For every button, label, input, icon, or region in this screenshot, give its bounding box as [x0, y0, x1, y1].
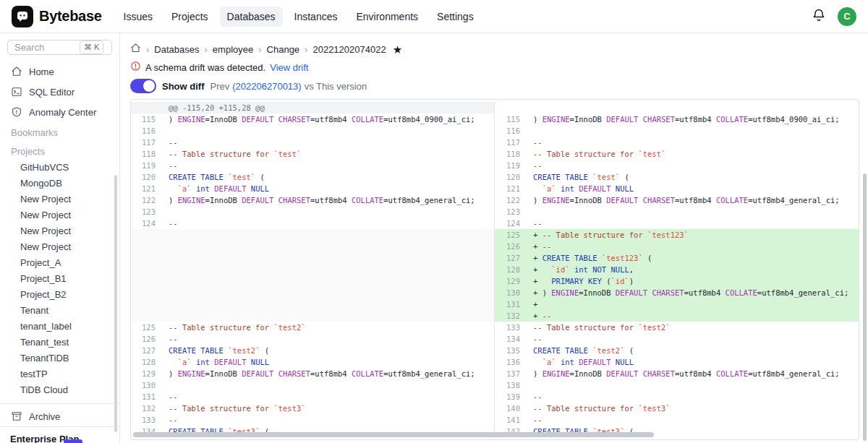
view-drift-link[interactable]: View drift: [270, 62, 308, 73]
sidebar-scrollbar[interactable]: [114, 175, 117, 432]
diff-code-left: --: [163, 414, 494, 426]
sidebar-project-new-project[interactable]: New Project: [0, 223, 119, 239]
sidebar-item-archive[interactable]: Archive: [0, 406, 119, 426]
page-scrollbar[interactable]: [863, 173, 867, 441]
diff-line-number-right: 129: [494, 275, 527, 287]
diff-line-number-left: [131, 298, 163, 310]
diff-code-right: CREATE TABLE `test` (: [527, 171, 859, 183]
sidebar-item-label: Anomaly Center: [29, 107, 96, 118]
diff-line-number-left: 133: [131, 414, 163, 426]
sidebar-item-sql-editor[interactable]: SQL Editor: [0, 82, 119, 102]
sidebar-item-home[interactable]: Home: [0, 61, 119, 82]
sidebar-project-project-a[interactable]: Project_A: [0, 255, 119, 271]
diff-code-right: [527, 379, 859, 391]
breadcrumb-item-change[interactable]: Change: [267, 44, 300, 55]
sidebar-project-mongodb[interactable]: MongoDB: [0, 176, 119, 192]
notification-bell-icon[interactable]: [812, 8, 826, 25]
diff-line-number-left: 125: [131, 322, 163, 333]
diff-line-number-right: 141: [494, 414, 527, 426]
diff-code-right: `a` int DEFAULT NULL: [527, 356, 859, 368]
anomaly-icon: [11, 106, 22, 118]
sidebar-project-list: GitHubVCSMongoDBNew ProjectNew ProjectNe…: [0, 160, 119, 398]
nav-item-settings[interactable]: Settings: [430, 7, 481, 27]
diff-line-number-right: 133: [494, 322, 527, 333]
diff-code-right: + CREATE TABLE `test123` (: [527, 252, 859, 264]
diff-code-left: [163, 241, 494, 252]
alert-text: A schema drift was detected.: [145, 62, 265, 73]
sidebar-project-project-b1[interactable]: Project_B1: [0, 271, 119, 287]
bytebase-logo[interactable]: Bytebase: [12, 6, 102, 27]
diff-code-right: `a` int DEFAULT NULL: [527, 183, 859, 194]
breadcrumb-separator: ›: [205, 44, 208, 55]
search-box[interactable]: ⌘ K: [7, 40, 112, 55]
nav-item-issues[interactable]: Issues: [116, 7, 160, 27]
diff-code-left: [163, 125, 494, 137]
sidebar-project-new-project[interactable]: New Project: [0, 192, 119, 207]
diff-code-left: CREATE TABLE `test2` (: [163, 345, 494, 356]
show-diff-label: Show diff: [162, 81, 205, 92]
nav-item-databases[interactable]: Databases: [220, 7, 283, 27]
diff-code-right: +: [527, 298, 859, 310]
diff-code-right: [527, 206, 859, 218]
sidebar-project-project-b2[interactable]: Project_B2: [0, 287, 119, 303]
nav-item-environments[interactable]: Environments: [349, 7, 425, 27]
sidebar-project-new-project[interactable]: New Project: [0, 239, 119, 255]
diff-line-number-left: 121: [131, 183, 163, 194]
sidebar-project-tenant-label[interactable]: tenant_label: [0, 319, 119, 335]
alert-exclamation-icon: [130, 61, 141, 74]
diff-line-number-left: [131, 287, 163, 298]
sidebar-item-anomaly-center[interactable]: Anomaly Center: [0, 102, 119, 122]
nav-item-projects[interactable]: Projects: [164, 7, 216, 27]
sidebar-item-label: Home: [29, 66, 54, 77]
diff-code-left: [163, 310, 494, 322]
diff-line-number-right: 131: [494, 298, 527, 310]
main-nav: IssuesProjectsDatabasesInstancesEnvironm…: [116, 7, 812, 27]
home-icon: [11, 66, 22, 77]
home-icon[interactable]: [130, 43, 141, 56]
diff-line-number-right: 123: [494, 206, 527, 218]
diff-line-number-right: 137: [494, 368, 527, 379]
diff-line-number-left: 128: [131, 356, 163, 368]
sidebar-project-new-project[interactable]: New Project: [0, 207, 119, 223]
bottom-pill[interactable]: [64, 439, 82, 443]
diff-code-left: ) ENGINE=InnoDB DEFAULT CHARSET=utf8mb4 …: [163, 113, 494, 125]
diff-code-right: --: [527, 160, 859, 171]
show-diff-toggle[interactable]: [130, 79, 156, 93]
diff-line-number-right: 134: [494, 333, 527, 345]
diff-code-right: --: [527, 414, 859, 426]
diff-code-left: `a` int DEFAULT NULL: [163, 356, 494, 368]
sidebar-project-githubvcs[interactable]: GitHubVCS: [0, 160, 119, 176]
diff-code-left: -- Table structure for `test`: [163, 148, 494, 160]
diff-code-left: --: [163, 391, 494, 403]
breadcrumb-item-employee[interactable]: employee: [213, 44, 253, 55]
diff-line-number-right: 119: [494, 160, 527, 171]
diff-code-left: [163, 229, 494, 241]
bookmark-star-icon[interactable]: ★: [393, 44, 402, 55]
diff-code-right: --: [527, 137, 859, 148]
toggle-knob: [143, 80, 155, 92]
nav-item-instances[interactable]: Instances: [287, 7, 345, 27]
breadcrumb-separator: ›: [258, 44, 261, 55]
sidebar-project-tenanttidb[interactable]: TenantTiDB: [0, 350, 119, 366]
diff-code-right: -- Table structure for `test`: [527, 148, 859, 160]
top-navbar: Bytebase IssuesProjectsDatabasesInstance…: [0, 0, 868, 33]
diff-line-number-right: 116: [494, 125, 527, 137]
diff-line-number-right: 115: [494, 113, 527, 125]
diff-line-number-left: [131, 229, 163, 241]
search-input[interactable]: [14, 42, 77, 53]
diff-line-number-right: 117: [494, 137, 527, 148]
prev-version-link[interactable]: (202206270013): [232, 81, 301, 92]
diff-line-number-right: 126: [494, 241, 527, 252]
breadcrumb-item-20221202074022[interactable]: 20221202074022: [312, 44, 386, 55]
sidebar-project-tidb-cloud[interactable]: TiDB Cloud: [0, 382, 119, 398]
diff-line-number-left: [131, 275, 163, 287]
diff-code-left: -- Table structure for `test3`: [163, 403, 494, 414]
user-avatar[interactable]: C: [838, 7, 856, 26]
diff-horizontal-scrollbar[interactable]: [133, 432, 654, 437]
sidebar-project-tenant-test[interactable]: Tenant_test: [0, 335, 119, 350]
sidebar-project-testtp[interactable]: testTP: [0, 366, 119, 382]
terminal-icon: [11, 86, 22, 98]
breadcrumb-item-databases[interactable]: Databases: [154, 44, 199, 55]
sidebar-project-tenant[interactable]: Tenant: [0, 303, 119, 319]
diff-code-left: --: [163, 137, 494, 148]
